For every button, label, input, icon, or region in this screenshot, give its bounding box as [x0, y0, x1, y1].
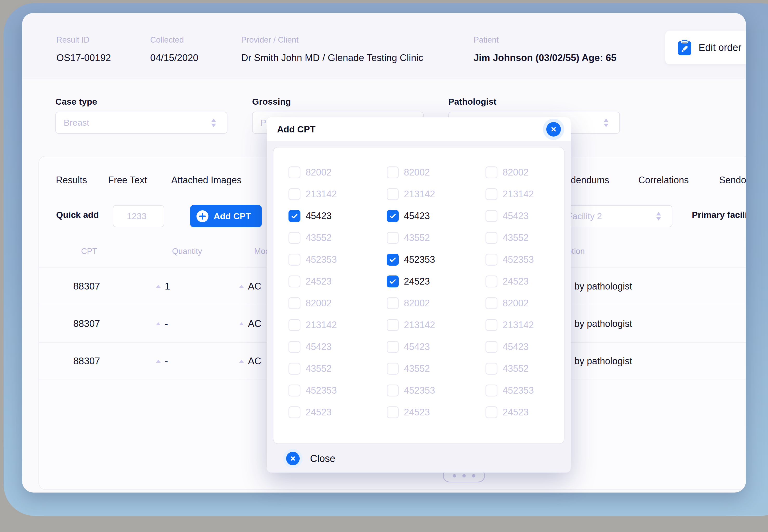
cpt-checkbox-item[interactable]: 82002 — [387, 166, 435, 178]
checkbox[interactable] — [387, 297, 399, 309]
checkbox[interactable] — [485, 406, 497, 418]
updown-arrows-icon — [656, 212, 661, 220]
modal-close-button[interactable] — [546, 122, 561, 137]
checkbox[interactable] — [289, 254, 301, 266]
quick-add-label: Quick add — [56, 210, 99, 220]
cpt-code-label: 213142 — [306, 320, 337, 331]
checkbox[interactable] — [387, 254, 399, 266]
add-cpt-button[interactable]: Add CPT — [190, 205, 262, 227]
checkbox[interactable] — [387, 188, 399, 200]
cpt-checkbox-item[interactable]: 24523 — [485, 406, 534, 418]
cpt-checkbox-item[interactable]: 82002 — [485, 297, 534, 309]
checkbox[interactable] — [485, 188, 497, 200]
cpt-checkbox-item[interactable]: 82002 — [485, 166, 534, 178]
description-cell: by pathologist — [574, 281, 632, 292]
cpt-checkbox-item[interactable]: 43552 — [485, 232, 534, 244]
checkbox[interactable] — [485, 385, 497, 396]
checkbox[interactable] — [485, 210, 497, 222]
checkbox[interactable] — [387, 385, 399, 396]
cpt-checkbox-item[interactable]: 452353 — [387, 385, 435, 396]
checkbox[interactable] — [289, 275, 301, 287]
checkbox[interactable] — [289, 363, 301, 375]
cpt-checkbox-item[interactable]: 213142 — [387, 319, 435, 331]
checkbox[interactable] — [289, 232, 301, 244]
cpt-checkbox-item[interactable]: 45423 — [485, 341, 534, 353]
pathologist-label: Pathologist — [448, 97, 496, 107]
tab-free-text[interactable]: Free Text — [108, 173, 147, 187]
checkbox[interactable] — [485, 319, 497, 331]
cpt-code-label: 24523 — [404, 276, 430, 287]
edit-order-button[interactable]: Edit order — [665, 31, 746, 64]
cpt-checkbox-item[interactable]: 24523 — [289, 275, 337, 287]
cpt-checkbox-item[interactable]: 213142 — [387, 188, 435, 200]
tab-correlations[interactable]: Correlations — [638, 173, 689, 187]
checkbox[interactable] — [387, 232, 399, 244]
plus-circle-icon — [197, 210, 209, 222]
checkbox[interactable] — [485, 297, 497, 309]
checkbox[interactable] — [387, 406, 399, 418]
checkbox[interactable] — [387, 341, 399, 353]
cpt-checkbox-item[interactable]: 213142 — [485, 319, 534, 331]
facility-select[interactable]: Facility 2 — [555, 205, 672, 227]
case-type-select[interactable]: Breast — [55, 112, 228, 134]
cpt-checkbox-item[interactable]: 45423 — [289, 341, 337, 353]
cpt-checkbox-item[interactable]: 43552 — [289, 232, 337, 244]
quantity-cell: - — [156, 318, 168, 329]
cpt-checkbox-item[interactable]: 213142 — [289, 319, 337, 331]
checkbox[interactable] — [485, 232, 497, 244]
quick-add-input[interactable] — [113, 205, 164, 227]
cpt-checkbox-item[interactable]: 43552 — [485, 363, 534, 375]
checkbox[interactable] — [289, 297, 301, 309]
cpt-column-3: 82002 213142 45423 43552 — [485, 166, 534, 418]
cpt-code-label: 82002 — [404, 167, 430, 178]
checkbox[interactable] — [289, 341, 301, 353]
tab-attached-images[interactable]: Attached Images — [171, 173, 242, 187]
cpt-checkbox-item[interactable]: 82002 — [387, 297, 435, 309]
checkbox[interactable] — [387, 275, 399, 287]
checkbox[interactable] — [289, 210, 301, 222]
tab-results[interactable]: Results — [56, 173, 87, 187]
checkbox[interactable] — [387, 210, 399, 222]
checkbox[interactable] — [485, 275, 497, 287]
close-button[interactable] — [286, 452, 300, 465]
cpt-checkbox-item[interactable]: 45423 — [387, 341, 435, 353]
cpt-cell: 88307 — [73, 356, 100, 367]
cpt-checkbox-item[interactable]: 43552 — [387, 363, 435, 375]
cpt-checkbox-item[interactable]: 24523 — [289, 406, 337, 418]
checkbox[interactable] — [289, 188, 301, 200]
cpt-checkbox-item[interactable]: 213142 — [289, 188, 337, 200]
cpt-checkbox-item[interactable]: 24523 — [387, 406, 435, 418]
cpt-checkbox-item[interactable]: 82002 — [289, 166, 337, 178]
cpt-checkbox-item[interactable]: 45423 — [485, 210, 534, 222]
cpt-checkbox-item[interactable]: 452353 — [289, 254, 337, 266]
cpt-checkbox-item[interactable]: 452353 — [485, 385, 534, 396]
checkbox[interactable] — [485, 166, 497, 178]
checkbox[interactable] — [289, 385, 301, 396]
case-type-label: Case type — [55, 97, 97, 107]
cpt-checkbox-item[interactable]: 452353 — [387, 254, 435, 266]
checkbox[interactable] — [387, 166, 399, 178]
cpt-checkbox-item[interactable]: 45423 — [387, 210, 435, 222]
cpt-checkbox-item[interactable]: 82002 — [289, 297, 337, 309]
cpt-checkbox-item[interactable]: 24523 — [485, 275, 534, 287]
modal-close-row[interactable]: Close — [267, 452, 571, 465]
cpt-checkbox-item[interactable]: 45423 — [289, 210, 337, 222]
checkbox[interactable] — [485, 254, 497, 266]
cpt-checkbox-item[interactable]: 43552 — [387, 232, 435, 244]
checkbox[interactable] — [485, 341, 497, 353]
cpt-checkbox-item[interactable]: 24523 — [387, 275, 435, 287]
checkbox[interactable] — [485, 363, 497, 375]
cpt-checkbox-item[interactable]: 213142 — [485, 188, 534, 200]
cpt-checkbox-item[interactable]: 452353 — [485, 254, 534, 266]
checkbox[interactable] — [289, 166, 301, 178]
checkbox[interactable] — [289, 319, 301, 331]
checkbox[interactable] — [387, 319, 399, 331]
checkbox[interactable] — [387, 363, 399, 375]
checkmark-icon — [389, 255, 397, 264]
cpt-code-label: 45423 — [503, 211, 529, 221]
close-icon — [550, 125, 557, 133]
checkbox[interactable] — [289, 406, 301, 418]
cpt-checkbox-item[interactable]: 452353 — [289, 385, 337, 396]
tab-sendout[interactable]: Sendout — [719, 173, 746, 187]
cpt-checkbox-item[interactable]: 43552 — [289, 363, 337, 375]
